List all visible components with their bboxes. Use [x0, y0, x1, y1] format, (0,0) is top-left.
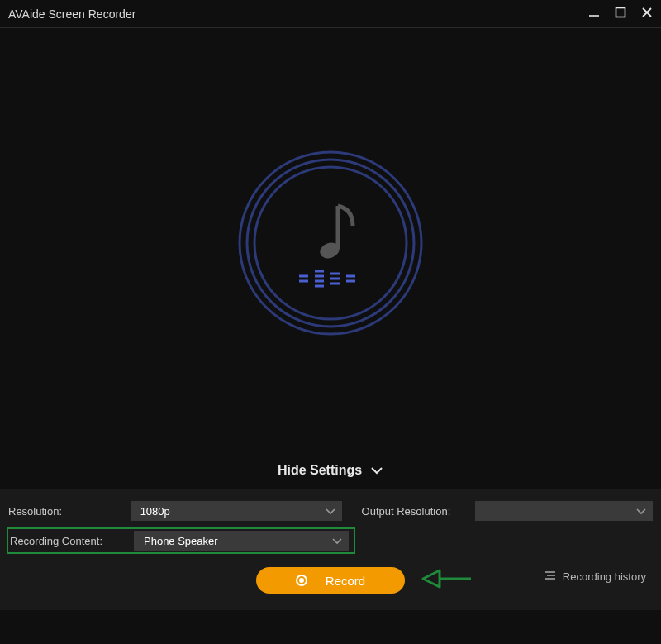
output-resolution-label: Output Resolution:: [362, 505, 468, 518]
ring-icon: [235, 148, 426, 338]
titlebar: AVAide Screen Recorder: [0, 0, 661, 28]
recording-history-label: Recording history: [563, 570, 646, 583]
resolution-select[interactable]: 1080p: [131, 501, 342, 521]
maximize-icon[interactable]: [615, 7, 626, 21]
chevron-down-icon: [370, 463, 383, 478]
row-resolution: Resolution: 1080p Output Resolution:: [8, 501, 653, 521]
recording-content-select[interactable]: Phone Speaker: [134, 531, 349, 551]
record-label: Record: [326, 574, 365, 588]
record-button[interactable]: Record: [256, 567, 405, 594]
list-icon: [544, 570, 556, 583]
close-icon[interactable]: [641, 7, 653, 21]
recording-content-label: Recording Content:: [10, 535, 126, 547]
settings-panel: Resolution: 1080p Output Resolution: Rec…: [0, 489, 661, 610]
record-icon: [296, 575, 307, 586]
audio-visualizer: [235, 148, 426, 338]
svg-rect-1: [616, 8, 625, 17]
output-resolution-select[interactable]: [475, 501, 653, 521]
hide-settings-label: Hide Settings: [278, 463, 362, 478]
recording-history-link[interactable]: Recording history: [544, 570, 646, 583]
chevron-down-icon: [326, 505, 335, 518]
resolution-value: 1080p: [140, 505, 170, 518]
music-note-icon: [318, 206, 353, 261]
minimize-icon[interactable]: [588, 7, 600, 21]
equalizer-icon: [299, 271, 355, 286]
row-recording-content: Recording Content: Phone Speaker: [8, 529, 354, 552]
hide-settings-toggle[interactable]: Hide Settings: [0, 458, 661, 489]
chevron-down-icon: [332, 535, 342, 547]
chevron-down-icon: [636, 505, 646, 518]
app-title: AVAide Screen Recorder: [8, 7, 136, 21]
resolution-label: Resolution:: [8, 505, 122, 518]
window-controls: [588, 7, 653, 21]
recording-content-value: Phone Speaker: [144, 535, 218, 547]
preview-area: [0, 28, 661, 458]
bottom-row: Record Recording history: [8, 565, 653, 595]
annotation-arrow-icon: [420, 565, 473, 595]
